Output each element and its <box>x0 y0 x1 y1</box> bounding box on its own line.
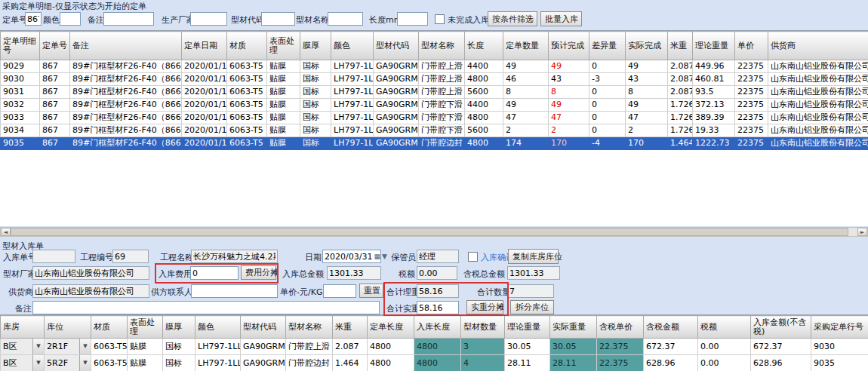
table-cell[interactable]: GA90GRM04 <box>374 112 419 124</box>
dropdown-arrow-icon[interactable]: ▼ <box>32 355 44 371</box>
table-cell[interactable]: 2 <box>549 124 589 137</box>
table-cell[interactable]: 30.05 <box>505 339 550 355</box>
column-header[interactable]: 单价 <box>735 32 768 60</box>
total-quantity-field[interactable] <box>507 284 554 298</box>
table-cell[interactable]: 2020/01/13 <box>182 60 227 73</box>
note-input[interactable] <box>32 301 380 314</box>
table-cell[interactable]: LH797-1LL0 <box>331 137 374 150</box>
table-cell[interactable]: 贴膜 <box>267 60 300 73</box>
total-actual-weight-input[interactable] <box>417 301 459 314</box>
supplier-contact-input[interactable] <box>191 284 278 298</box>
table-cell[interactable]: 867 <box>40 73 70 86</box>
table-cell[interactable]: 贴膜 <box>267 112 300 124</box>
table-cell[interactable]: 9029 <box>1 60 40 73</box>
table-cell[interactable]: 93.5 <box>693 86 735 99</box>
table-cell[interactable]: 8 <box>549 86 589 99</box>
table-cell[interactable]: 4800 <box>414 339 461 355</box>
table-cell[interactable]: 国标 <box>300 60 331 73</box>
table-cell[interactable]: 贴膜 <box>128 355 163 371</box>
total-amount-field[interactable] <box>327 266 381 280</box>
table-cell[interactable]: 49 <box>549 99 589 112</box>
order-no-input[interactable] <box>25 12 42 26</box>
batch-stock-in-button[interactable]: 批量入库 <box>540 11 582 26</box>
table-cell[interactable]: 628.96 <box>644 355 698 371</box>
unfinished-stock-checkbox[interactable] <box>435 14 445 24</box>
table-cell[interactable]: 867 <box>40 60 70 73</box>
table-cell[interactable]: 9030 <box>1 73 40 86</box>
table-cell[interactable]: 170 <box>626 137 668 150</box>
table-cell[interactable]: 山东南山铝业股份有限公司 <box>768 73 868 86</box>
column-header[interactable]: 材质 <box>91 316 128 339</box>
table-cell[interactable]: 2020/01/13 <box>182 124 227 137</box>
column-header[interactable]: 供货商 <box>768 32 868 60</box>
filter-by-condition-button[interactable]: 按条件筛选 <box>488 11 537 26</box>
fee-allocation-button[interactable]: 费用分摊 <box>241 265 276 280</box>
table-cell[interactable]: 6063-T5 <box>227 124 267 137</box>
table-cell[interactable]: 0.00 <box>698 355 751 371</box>
column-header[interactable]: 长度 <box>465 32 503 60</box>
table-cell[interactable]: GA90GRM05 <box>241 355 286 371</box>
table-cell[interactable]: 4800 <box>414 355 461 371</box>
table-cell[interactable]: 6063-T5 <box>227 86 267 99</box>
table-cell[interactable]: 4800 <box>368 355 414 371</box>
column-header[interactable]: 型材名称 <box>286 316 333 339</box>
column-header[interactable]: 型材名称 <box>419 32 465 60</box>
table-cell[interactable]: 2.087 <box>668 86 693 99</box>
column-header[interactable]: 定单长度 <box>368 316 414 339</box>
table-cell[interactable]: 门带腔上滑 <box>419 86 465 99</box>
table-cell[interactable]: 22375 <box>735 86 768 99</box>
table-cell[interactable]: 1.726 <box>668 112 693 124</box>
table-cell[interactable]: 2.087 <box>668 60 693 73</box>
table-cell[interactable]: 9035 <box>1 137 40 150</box>
table-cell[interactable]: 22375 <box>735 124 768 137</box>
table-cell[interactable]: 867 <box>40 112 70 124</box>
column-header[interactable]: 入库金额(不含税) <box>751 316 811 339</box>
table-row[interactable]: 903486789#门框型材F26-F40（866+867）2020/01/13… <box>1 124 868 137</box>
table-cell[interactable]: 贴膜 <box>267 137 300 150</box>
dropdown-arrow-icon[interactable]: ▼ <box>79 355 91 371</box>
table-cell[interactable]: 4 <box>461 355 505 371</box>
table-cell[interactable]: 9035 <box>811 355 868 371</box>
column-header[interactable]: 膜厚 <box>300 32 331 60</box>
table-cell[interactable]: B区▼ <box>1 339 45 355</box>
table-cell[interactable]: 170 <box>549 137 589 150</box>
column-header[interactable]: 差异量 <box>589 32 626 60</box>
reset-button[interactable]: 重置 <box>359 284 383 298</box>
table-row[interactable]: 903386789#门框型材F26-F40（866+867）2020/01/13… <box>1 112 868 124</box>
table-cell[interactable]: GA90GRM05 <box>374 137 419 150</box>
table-cell[interactable]: 89#门框型材F26-F40（866+867） <box>70 99 182 112</box>
table-cell[interactable]: 28.11 <box>505 355 550 371</box>
table-cell[interactable]: LH797-1LL0 <box>195 339 241 355</box>
table-cell[interactable]: 8 <box>503 86 549 99</box>
table-cell[interactable]: GA90GRM04 <box>374 124 419 137</box>
table-cell[interactable]: 49 <box>503 60 549 73</box>
table-cell[interactable]: 49 <box>549 60 589 73</box>
table-cell[interactable]: 门带腔下滑 <box>419 99 465 112</box>
split-location-button[interactable]: 拆分库位 <box>510 300 554 314</box>
table-row[interactable]: B区▼2R1F▼6063-T5贴膜国标LH797-1LL0GA90GRM03门带… <box>1 339 868 355</box>
table-cell[interactable]: 6063-T5 <box>91 339 128 355</box>
table-row[interactable]: 903086789#门框型材F26-F40（866+867）2020/01/13… <box>1 73 868 86</box>
table-cell[interactable]: 672.37 <box>751 339 811 355</box>
column-header[interactable]: 预计完成 <box>549 32 589 60</box>
table-cell[interactable]: 门带腔边封 <box>286 355 333 371</box>
table-cell[interactable]: 89#门框型材F26-F40（866+867） <box>70 112 182 124</box>
table-cell[interactable]: 山东南山铝业股份有限公司 <box>768 86 868 99</box>
table-cell[interactable]: 49 <box>503 99 549 112</box>
table-cell[interactable]: LH797-1LL0 <box>331 124 374 137</box>
stock-in-confirm-checkbox[interactable] <box>468 252 478 262</box>
table-cell[interactable]: 2020/01/13 <box>182 86 227 99</box>
total-theory-weight-field[interactable] <box>417 284 459 298</box>
profile-code-filter-input[interactable] <box>261 12 295 26</box>
table-cell[interactable]: 门带腔下滑 <box>419 124 465 137</box>
column-header[interactable]: 型材数量 <box>461 316 505 339</box>
table-row[interactable]: 903586789#门框型材F26-F40（866+867）2020/01/13… <box>1 137 868 150</box>
table-cell[interactable]: 6063-T5 <box>227 137 267 150</box>
column-header[interactable]: 备注 <box>70 32 182 60</box>
table-cell[interactable]: 49 <box>626 99 668 112</box>
table-cell[interactable]: 国标 <box>163 339 195 355</box>
column-header[interactable]: 理论重量 <box>505 316 550 339</box>
table-row[interactable]: B区▼5R2F▼6063-T5贴膜国标LH797-1LL0GA90GRM05门带… <box>1 355 868 371</box>
column-header[interactable]: 颜色 <box>195 316 241 339</box>
table-cell[interactable]: 9032 <box>1 99 40 112</box>
